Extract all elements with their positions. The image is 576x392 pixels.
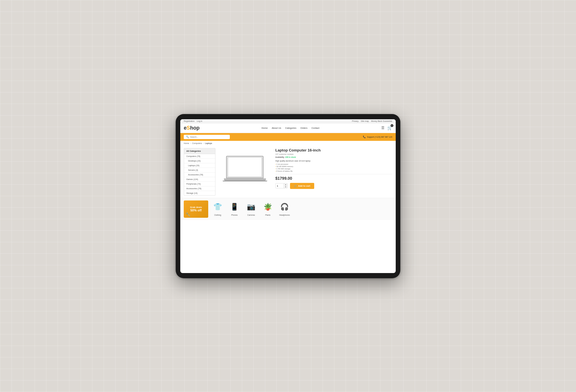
- privacy-link[interactable]: Privacy: [352, 120, 359, 122]
- quantity-up-button[interactable]: ▲: [284, 183, 287, 186]
- in-stock-value: 236 in stock: [285, 156, 296, 158]
- hamburger-icon[interactable]: ☰: [381, 126, 384, 130]
- product-desc-text: High quality aluminum case 16 inch lapto…: [275, 160, 310, 162]
- search-bar: 🔍 📞 Support (+123) 987 987 123: [180, 133, 396, 141]
- add-to-cart-button[interactable]: 🛒 Add to cart: [290, 183, 314, 189]
- category-icon-plants: 🪴: [262, 200, 274, 213]
- categories-strip: Grab deals 50% off 🔧 👕 Clothing 📱 Phones: [184, 200, 392, 218]
- sidebar-item-games[interactable]: Games (124): [184, 177, 215, 182]
- breadcrumb-sep-1: ›: [190, 142, 191, 144]
- category-icon-headphones: 🎧: [278, 200, 291, 213]
- header-icons: ☰ 🛒 0: [381, 125, 392, 130]
- product-info: Laptop Computer 16-inch 137 customer rev…: [275, 148, 392, 196]
- quantity-input[interactable]: [276, 184, 284, 188]
- sidebar-menu: Computers (76) Desktops (23) Laptops (19…: [184, 154, 215, 196]
- breadcrumb: Home › Computers › Laptops: [180, 141, 396, 146]
- laptop-screen-outer: [226, 156, 264, 178]
- search-input-wrapper: 🔍: [184, 135, 230, 139]
- category-cameras[interactable]: 📷 Cameras: [244, 200, 258, 216]
- utility-bar: Registration Log in Privacy Site map Mon…: [180, 119, 396, 123]
- category-label-cameras: Cameras: [247, 214, 255, 216]
- deal-banner[interactable]: Grab deals 50% off 🔧: [184, 200, 208, 218]
- product-title: Laptop Computer 16-inch: [275, 148, 392, 152]
- breadcrumb-computers[interactable]: Computers: [192, 142, 202, 144]
- feature-1: 32 GB DDR6 memory: [275, 165, 392, 168]
- feature-list: 1 nm processor 32 GB DDR6 memory 1 TB SS…: [275, 163, 392, 172]
- deal-discount-text: 50% off: [190, 209, 202, 212]
- category-plants[interactable]: 🪴 Plants: [261, 200, 275, 216]
- cart-badge: 0: [391, 124, 393, 127]
- product-description: High quality aluminum case 16 inch lapto…: [275, 160, 392, 174]
- category-label-clothing: Clothing: [214, 214, 221, 216]
- search-input[interactable]: [190, 136, 228, 138]
- breadcrumb-home[interactable]: Home: [184, 142, 189, 144]
- quantity-wrapper: ▲ ▼: [275, 183, 288, 188]
- feature-0: 1 nm processor: [275, 163, 392, 165]
- category-icon-cameras: 📷: [245, 200, 257, 213]
- feature-2: 1 TB SSD storage: [275, 168, 392, 170]
- nav-orders[interactable]: Orders: [300, 127, 307, 129]
- laptop-image: [222, 156, 268, 188]
- availability-label: Availability:: [275, 156, 285, 158]
- product-image-section: [219, 148, 271, 196]
- laptop-bottom: [223, 181, 267, 181]
- support-number: Support (+123) 987 987 123: [367, 136, 392, 138]
- deal-icon: 🔧: [185, 212, 190, 217]
- category-clothing[interactable]: 👕 Clothing: [211, 200, 225, 216]
- registration-link[interactable]: Registration: [184, 120, 194, 122]
- add-to-cart-label: Add to cart: [298, 185, 310, 187]
- category-label-plants: Plants: [265, 214, 270, 216]
- category-label-phones: Phones: [231, 214, 238, 216]
- feature-3: 6 hours of battery life: [275, 170, 392, 172]
- laptop-base: [224, 178, 266, 181]
- sidebar-item-laptops[interactable]: Laptops (19): [184, 163, 215, 168]
- tablet-screen: Registration Log in Privacy Site map Mon…: [180, 119, 396, 273]
- sidebar-item-accessories[interactable]: Accessories (78): [184, 173, 215, 177]
- main-header: eShop Home About Us Categories Orders Co…: [180, 123, 396, 133]
- bottom-section: Grab deals 50% off 🔧 👕 Clothing 📱 Phones: [180, 198, 396, 220]
- sidebar-item-peripherals[interactable]: Peripherals (74): [184, 182, 215, 186]
- sidebar-item-accessories2[interactable]: Accessories (78): [184, 186, 215, 191]
- sidebar-item-servers[interactable]: Servers (4): [184, 168, 215, 173]
- sidebar-item-desktops[interactable]: Desktops (23): [184, 159, 215, 163]
- product-price: $1799.00: [275, 176, 392, 181]
- breadcrumb-laptops[interactable]: Laptops: [205, 142, 212, 144]
- sidebar-item-computers[interactable]: Computers (76): [184, 154, 215, 159]
- nav-categories[interactable]: Categories: [285, 127, 296, 129]
- utility-bar-left: Registration Log in: [184, 120, 202, 122]
- tablet-frame: Registration Log in Privacy Site map Mon…: [176, 114, 400, 278]
- product-area: Laptop Computer 16-inch 137 customer rev…: [219, 148, 392, 196]
- quantity-controls: ▲ ▼: [284, 183, 287, 188]
- main-content: All Categories Computers (76) Desktops (…: [180, 146, 396, 198]
- quantity-down-button[interactable]: ▼: [284, 186, 287, 188]
- nav-home[interactable]: Home: [262, 127, 268, 129]
- category-headphones[interactable]: 🎧 Headphones: [277, 200, 292, 216]
- nav-contact[interactable]: Contact: [311, 127, 319, 129]
- cart-icon-wrapper[interactable]: 🛒 0: [387, 125, 392, 130]
- laptop-screen-inner: [228, 157, 262, 177]
- category-icon-phones: 📱: [228, 200, 241, 213]
- support-text: 📞 Support (+123) 987 987 123: [363, 136, 392, 138]
- login-link[interactable]: Log in: [197, 120, 202, 122]
- category-label-headphones: Headphones: [279, 214, 290, 216]
- product-reviews: 137 customer reviews: [275, 153, 392, 155]
- availability: Availability: 236 in stock: [275, 156, 392, 158]
- guarantee-link[interactable]: Money Back Guarantee: [371, 120, 392, 122]
- utility-bar-right: Privacy Site map Money Back Guarantee: [352, 120, 392, 122]
- search-icon: 🔍: [186, 136, 189, 138]
- sitemap-link[interactable]: Site map: [361, 120, 369, 122]
- logo[interactable]: eShop: [184, 125, 200, 131]
- sidebar-all-categories[interactable]: All Categories: [184, 148, 215, 154]
- breadcrumb-sep-2: ›: [203, 142, 204, 144]
- add-to-cart-section: ▲ ▼ 🛒 Add to cart: [275, 183, 392, 189]
- nav-about[interactable]: About Us: [272, 127, 281, 129]
- cart-button-icon: 🛒: [294, 185, 297, 187]
- sidebar: All Categories Computers (76) Desktops (…: [184, 148, 215, 196]
- sidebar-item-storage[interactable]: Storage (14): [184, 191, 215, 195]
- deal-grab-text: Grab deals: [190, 206, 202, 209]
- main-nav: Home About Us Categories Orders Contact: [262, 127, 319, 129]
- phone-icon: 📞: [363, 136, 366, 138]
- category-phones[interactable]: 📱 Phones: [227, 200, 242, 216]
- category-icon-clothing: 👕: [211, 200, 224, 213]
